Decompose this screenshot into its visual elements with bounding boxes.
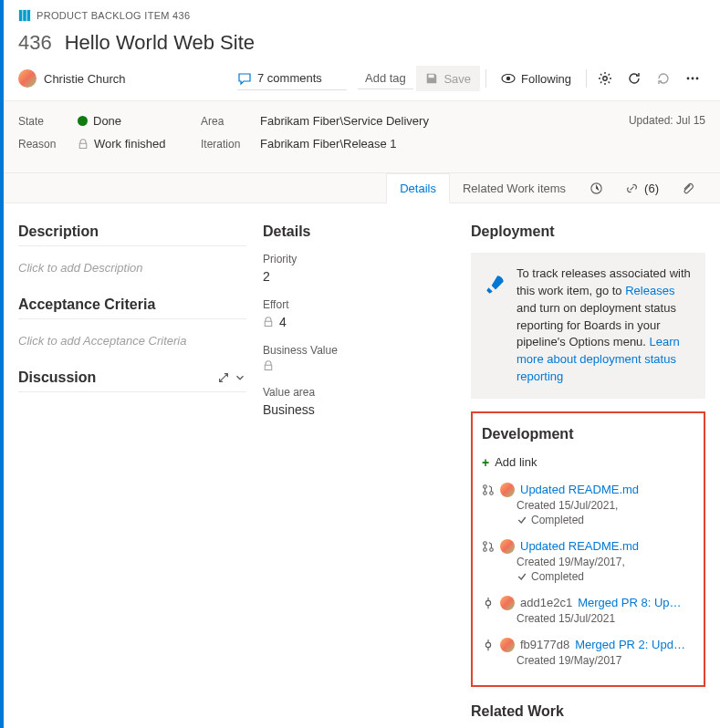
dev-item-created: Created 19/May/2017, xyxy=(482,556,694,568)
reason-field[interactable]: Work finished xyxy=(78,137,166,151)
svg-point-6 xyxy=(687,78,690,80)
dev-item-link[interactable]: Merged PR 2: Upd… xyxy=(575,638,685,651)
refresh-button[interactable] xyxy=(621,66,647,91)
priority-value[interactable]: 2 xyxy=(263,265,454,293)
svg-point-16 xyxy=(485,600,490,605)
save-icon xyxy=(425,72,438,85)
tab-related-work-items[interactable]: Related Work items xyxy=(450,173,579,203)
business-value[interactable] xyxy=(263,357,454,380)
updated-text: Updated: Jul 15 xyxy=(629,114,705,160)
dev-add-link-button[interactable]: + Add link xyxy=(482,452,694,477)
reason-label: Reason xyxy=(18,138,78,151)
gear-icon xyxy=(598,71,612,86)
dev-item: fb9177d8 Merged PR 2: Upd… Created 19/Ma… xyxy=(482,632,694,674)
dev-item-created: Created 15/Jul/2021, xyxy=(482,499,694,512)
svg-rect-2 xyxy=(27,10,31,21)
avatar xyxy=(500,483,515,497)
comments-button[interactable]: 7 comments xyxy=(237,68,347,90)
dev-item-link[interactable]: Updated README.md xyxy=(520,539,639,553)
attachment-icon xyxy=(681,182,694,195)
work-item-title[interactable]: Hello World Web Site xyxy=(65,31,255,55)
state-dot-icon xyxy=(78,116,88,126)
lock-icon xyxy=(78,139,89,150)
svg-point-12 xyxy=(490,492,494,495)
svg-point-14 xyxy=(484,548,487,552)
dev-item-link[interactable]: Updated README.md xyxy=(520,483,639,496)
separator xyxy=(485,69,486,88)
chevron-down-icon[interactable] xyxy=(234,371,246,384)
development-section: Development + Add link Updated README.md… xyxy=(471,411,705,687)
effort-label: Effort xyxy=(263,298,454,311)
state-label: State xyxy=(18,115,78,128)
more-actions-button[interactable] xyxy=(680,66,705,91)
backlog-item-icon xyxy=(18,9,31,22)
work-item-type: PRODUCT BACKLOG ITEM 436 xyxy=(18,9,705,22)
svg-point-10 xyxy=(484,485,487,489)
tab-details[interactable]: Details xyxy=(386,173,450,203)
releases-link[interactable]: Releases xyxy=(625,284,674,297)
refresh-icon xyxy=(627,71,642,86)
dev-item: Updated README.md Created 19/May/2017, C… xyxy=(482,534,694,590)
plus-icon: + xyxy=(482,455,489,470)
add-tag-button[interactable]: Add tag xyxy=(358,68,413,89)
area-label: Area xyxy=(201,115,260,128)
dev-item-status: Completed xyxy=(482,570,694,583)
ellipsis-icon xyxy=(685,71,700,86)
deployment-info-box: To track releases associated with this w… xyxy=(471,253,705,399)
deployment-heading: Deployment xyxy=(471,218,705,245)
rocket-icon xyxy=(484,265,507,386)
svg-rect-0 xyxy=(19,10,23,21)
business-value-label: Business Value xyxy=(263,344,454,357)
check-icon xyxy=(517,515,527,525)
svg-point-17 xyxy=(485,642,490,647)
dev-item-link[interactable]: Merged PR 8: Up… xyxy=(578,596,681,609)
dev-item-created: Created 19/May/2017 xyxy=(482,654,694,667)
eye-icon xyxy=(501,71,516,86)
link-icon xyxy=(625,182,639,195)
tab-links[interactable]: (6) xyxy=(614,173,670,203)
dev-item-created: Created 15/Jul/2021 xyxy=(482,612,694,625)
commit-hash: fb9177d8 xyxy=(520,638,569,651)
avatar xyxy=(500,596,515,610)
description-placeholder[interactable]: Click to add Description xyxy=(18,254,246,291)
undo-icon xyxy=(656,71,671,86)
development-heading: Development xyxy=(482,421,694,448)
commit-hash: add1e2c1 xyxy=(520,596,572,609)
acceptance-placeholder[interactable]: Click to add Acceptance Criteria xyxy=(18,327,246,364)
undo-button[interactable] xyxy=(651,66,676,91)
assignee-name: Christie Church xyxy=(44,72,126,86)
svg-point-13 xyxy=(484,542,487,546)
pull-request-icon xyxy=(482,540,495,553)
avatar xyxy=(500,638,515,652)
iteration-field[interactable]: Fabrikam Fiber\Release 1 xyxy=(260,137,397,151)
check-icon xyxy=(517,571,527,582)
svg-point-15 xyxy=(490,548,494,552)
comment-icon xyxy=(237,71,252,86)
effort-value[interactable]: 4 xyxy=(263,311,454,338)
expand-icon[interactable] xyxy=(217,371,230,384)
area-field[interactable]: Fabrikam Fiber\Service Delivery xyxy=(260,114,429,128)
lock-icon xyxy=(263,317,274,328)
separator xyxy=(586,69,587,88)
tab-history[interactable] xyxy=(579,173,614,203)
dev-item-status: Completed xyxy=(482,514,694,526)
related-work-heading: Related Work xyxy=(471,698,705,725)
assignee-field[interactable]: Christie Church xyxy=(18,69,237,88)
discussion-heading: Discussion xyxy=(18,364,246,392)
save-button[interactable]: Save xyxy=(416,66,480,91)
svg-point-4 xyxy=(506,77,510,80)
svg-point-8 xyxy=(696,78,699,80)
state-field[interactable]: Done xyxy=(78,114,121,128)
pull-request-icon xyxy=(482,484,495,496)
value-area-label: Value area xyxy=(263,386,454,399)
svg-rect-1 xyxy=(23,10,26,21)
dev-item: Updated README.md Created 15/Jul/2021, C… xyxy=(482,477,694,534)
value-area-value[interactable]: Business xyxy=(263,399,454,426)
svg-point-11 xyxy=(484,492,487,495)
lock-icon xyxy=(263,360,274,371)
svg-point-5 xyxy=(603,77,607,80)
settings-button[interactable] xyxy=(592,66,618,91)
description-heading: Description xyxy=(18,218,246,246)
follow-button[interactable]: Following xyxy=(492,66,580,91)
tab-attachments[interactable] xyxy=(670,173,705,203)
